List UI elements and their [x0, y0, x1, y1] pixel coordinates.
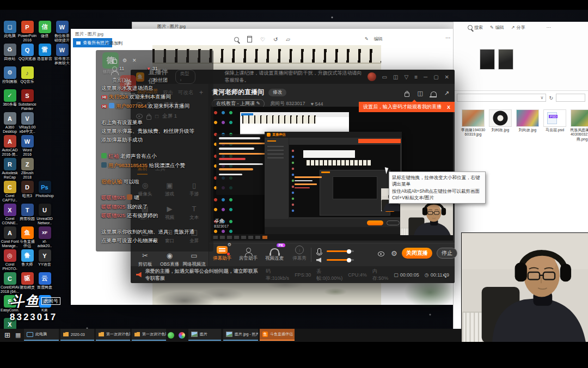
password-lock-icon[interactable] — [405, 93, 409, 97]
desktop-icon[interactable]: ♻回收站 — [1, 44, 19, 61]
material-network-stream[interactable]: ▭网络视频流 — [182, 252, 206, 268]
stop-button[interactable]: 停止 — [437, 248, 457, 259]
address-bar[interactable]: ∨ — [457, 94, 546, 102]
tab-fanclub[interactable]: 粉丝团 — [153, 77, 168, 84]
desktop-icon[interactable]: 云百度网盘 — [36, 272, 53, 290]
close-icon[interactable]: ✕ — [132, 58, 137, 63]
file-item[interactable]: 刘向故.jpg — [516, 109, 540, 142]
minimize-button[interactable]: ─ — [424, 74, 427, 80]
settings-gear-icon[interactable]: ⚙ — [391, 249, 397, 257]
desktop-icon[interactable]: ♪QQ音乐 — [19, 66, 36, 84]
desktop-icon[interactable]: 鲁鲁大师 — [19, 249, 36, 267]
desktop-icon[interactable]: ZZBrush 2018 — [19, 158, 36, 180]
desktop-icon[interactable]: PsPhotoshop — [36, 181, 53, 198]
start-button[interactable]: ⊞ — [4, 331, 10, 339]
close-button[interactable]: ✕ — [445, 74, 449, 80]
taskbar-item-photo-viewer[interactable]: 图片.jpg - 照片 — [223, 329, 258, 341]
search-button[interactable]: 搜索 — [468, 24, 483, 30]
desktop-icon[interactable]: ACorel Font Manage.. — [1, 226, 19, 248]
material-clipboard[interactable]: ✂剪切板 — [133, 252, 157, 268]
desktop-icon[interactable]: ✓360杀毒 — [1, 89, 19, 107]
favorite-icon[interactable]: ♡ — [260, 36, 265, 42]
desktop-icon[interactable]: ◻此电脑 — [1, 21, 19, 38]
search-box[interactable] — [556, 94, 585, 102]
avatar[interactable] — [367, 72, 376, 81]
taskbar-item-folder[interactable]: 第一次设计色彩作业 — [132, 329, 166, 341]
desktop-icon[interactable]: VVRay3.00 x64中文.. — [19, 112, 36, 134]
desktop-icon[interactable]: 鱼斗鱼直播伴侣 — [19, 226, 36, 248]
more-menu-icon[interactable]: ⋯ — [546, 25, 550, 30]
desktop-icon[interactable]: W数位板基础便捷开课须知 — [53, 21, 71, 43]
add-to-button[interactable]: + 添加到 — [106, 40, 122, 46]
video-link-button[interactable]: PK 视频连麦 — [264, 246, 285, 262]
file-item[interactable]: 民族风图案19403060321刘燕.png — [570, 109, 588, 142]
menu-icon[interactable]: ≡ — [414, 74, 418, 80]
desktop-icon[interactable]: UUnreal3D Networ.. — [36, 204, 53, 225]
task-view-button[interactable]: ▦ — [15, 332, 21, 339]
photos-edit-group[interactable]: ✎ 编辑 — [365, 36, 383, 42]
desktop-icon[interactable]: D暗黑3 — [19, 181, 36, 198]
photo-thumbnail[interactable] — [480, 49, 495, 70]
mini-window-icon[interactable]: ◫ — [393, 74, 398, 80]
crop-icon[interactable]: ▱ — [286, 36, 290, 42]
desktop-icon[interactable]: 雷迅雷影音 — [36, 44, 53, 61]
mic-volume-slider[interactable] — [327, 250, 354, 252]
more-menu-icon[interactable]: ⋯ — [445, 35, 451, 41]
desktop-icon[interactable]: YYY语音 — [36, 249, 53, 267]
filter-icon[interactable]: ▽ — [405, 74, 409, 80]
share-button[interactable]: ↗分享 — [511, 24, 525, 30]
taskbar-wechat-icon[interactable] — [168, 332, 174, 339]
taskbar-item-folder[interactable]: 第一次设计色彩作业 — [96, 329, 130, 341]
edit-button[interactable]: ✎编辑 — [490, 24, 504, 30]
desktop-icon[interactable]: ⚙控制面板 — [1, 66, 19, 84]
projection-icon[interactable]: ▭ — [382, 74, 387, 80]
photo-thumbnail[interactable] — [498, 49, 513, 70]
layout-icon[interactable]: ◫ — [417, 90, 422, 97]
microphone-icon[interactable] — [317, 248, 321, 254]
taskbar-photos-icon[interactable] — [179, 332, 185, 339]
desktop-icon[interactable]: W软件显示界面较大开课前 — [53, 44, 71, 66]
notification-bell-icon[interactable] — [431, 91, 437, 96]
lock-icon[interactable] — [112, 59, 117, 64]
speaker-volume-slider[interactable] — [327, 259, 354, 261]
desktop-icon[interactable]: AAutoCAD 2016-简.. — [1, 135, 19, 157]
taskbar-item-douyu-active[interactable]: 鱼斗鱼直播伴侣 — [260, 329, 295, 341]
desktop-icon[interactable]: SSubstance Painter — [19, 89, 36, 111]
desktop-icon[interactable]: CCorelDRAW 2018 (64-.. — [1, 272, 19, 294]
speaker-icon[interactable] — [316, 257, 321, 262]
danmu-assistant-button[interactable]: ⚙ 弹幕助手 — [211, 246, 233, 262]
taskbar-item-explorer[interactable]: 此电脑 — [24, 329, 59, 341]
file-item[interactable]: PSD马云霞.psd — [543, 109, 567, 142]
desktop-icon[interactable]: AA360 Desktop — [1, 112, 19, 134]
desktop-icon[interactable]: ◎Corel PHOTO-P.. — [1, 249, 19, 272]
taskbar-item-pictures[interactable]: 图片 — [188, 329, 221, 341]
desktop-icon[interactable]: QQQ浏览器 — [19, 44, 36, 61]
refresh-icon[interactable]: ↻ — [549, 95, 553, 101]
danmu-show-button[interactable]: ↓ 弹幕秀 — [289, 246, 310, 262]
zoom-icon[interactable] — [234, 37, 239, 42]
close-tip-button[interactable]: X — [447, 105, 450, 110]
desktop-icon[interactable]: T腾雪校园 — [19, 204, 36, 221]
tab-vip[interactable]: 贵宾(1) — [112, 77, 128, 84]
preview-visibility-icon[interactable] — [378, 252, 384, 256]
taskbar-item-folder[interactable]: 2020-03 — [60, 329, 94, 341]
rotate-icon[interactable]: ↺ — [273, 36, 278, 42]
desktop-icon[interactable]: CCorel CAPTU.. — [1, 181, 19, 203]
desktop-icon[interactable]: WWord 2016 — [19, 135, 36, 157]
desktop-icon[interactable]: 驱驱动精灵 — [19, 272, 36, 290]
delete-icon[interactable] — [247, 36, 252, 42]
chevron-down-icon[interactable]: ∨ — [541, 95, 544, 100]
moderator-assistant-button[interactable]: 房管助手 — [237, 246, 259, 262]
share-icon[interactable]: ↗ — [444, 90, 449, 97]
desktop-icon[interactable]: XFxf-adsk20.. — [36, 226, 53, 248]
maximize-button[interactable]: ▢ — [433, 74, 438, 80]
desktop-icon[interactable]: XCorel CONNE.. — [1, 204, 19, 225]
file-item[interactable]: 李昌隆19403060319.jpg — [461, 109, 485, 142]
gear-icon[interactable]: ⚙ — [122, 58, 127, 63]
material-obs[interactable]: ◉OBS直播 — [157, 252, 182, 268]
desktop-icon[interactable]: RAutodesk ReCap 2016 — [1, 158, 19, 180]
desktop-icon[interactable]: PPowerPoint 2016 — [19, 21, 36, 42]
edit-room-button[interactable]: 修改 — [268, 89, 286, 96]
desktop-icon[interactable]: 信微信 — [36, 21, 53, 38]
close-live-button[interactable]: 关闭直播 — [402, 248, 432, 259]
